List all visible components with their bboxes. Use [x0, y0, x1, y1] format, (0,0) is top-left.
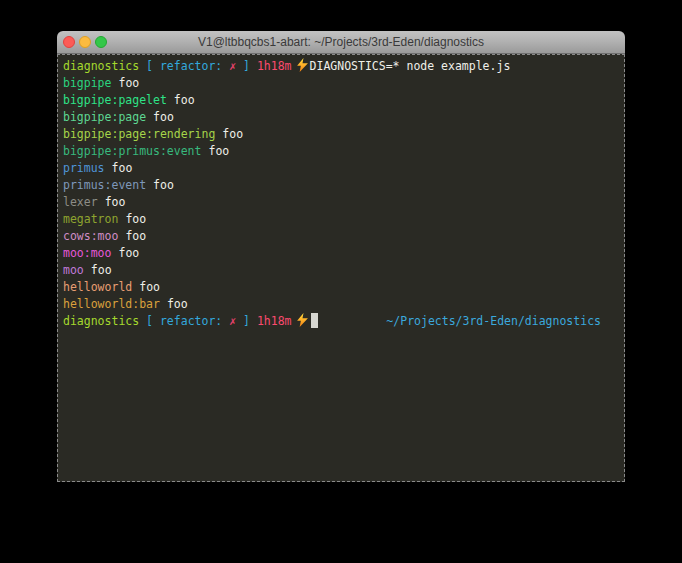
log-namespace: moo:moo: [63, 246, 111, 260]
log-line: helloworld:barfoo: [63, 296, 619, 313]
lightning-icon: [297, 58, 309, 72]
rprompt-path: ~/Projects/3rd-Eden/diagnostics: [386, 313, 619, 330]
log-namespace: bigpipe:page:rendering: [63, 127, 215, 141]
log-message: foo: [91, 263, 112, 277]
prompt-segment: diagnostics: [63, 314, 139, 328]
window-title: V1@ltbbqcbs1-abart: ~/Projects/3rd-Eden/…: [57, 31, 625, 53]
log-message: foo: [153, 178, 174, 192]
log-message: foo: [118, 246, 139, 260]
log-namespace: primus:event: [63, 178, 146, 192]
log-message: foo: [139, 280, 160, 294]
log-namespace: bigpipe:primus:event: [63, 144, 201, 158]
lightning-icon: [297, 313, 309, 327]
window-titlebar[interactable]: V1@ltbbqcbs1-abart: ~/Projects/3rd-Eden/…: [57, 31, 625, 54]
prompt-line-2: diagnostics [ refactor: ✗ ] 1h18m ~/Proj…: [63, 313, 619, 330]
log-line: lexerfoo: [63, 194, 619, 211]
log-output: bigpipefoobigpipe:pageletfoobigpipe:page…: [63, 75, 619, 313]
log-line: megatronfoo: [63, 211, 619, 228]
log-line: primus:eventfoo: [63, 177, 619, 194]
log-message: foo: [125, 212, 146, 226]
prompt: diagnostics [ refactor: ✗ ] 1h18m: [63, 59, 292, 73]
log-namespace: megatron: [63, 212, 118, 226]
log-namespace: bigpipe:pagelet: [63, 93, 167, 107]
log-message: foo: [118, 76, 139, 90]
log-line: bigpipefoo: [63, 75, 619, 92]
prompt-segment: 1h18m: [257, 314, 292, 328]
log-line: bigpipe:page:renderingfoo: [63, 126, 619, 143]
terminal-content[interactable]: diagnostics [ refactor: ✗ ] 1h18mDIAGNOS…: [57, 54, 625, 482]
log-message: foo: [105, 195, 126, 209]
log-namespace: bigpipe: [63, 76, 111, 90]
log-namespace: moo: [63, 263, 84, 277]
prompt-segment: diagnostics: [63, 59, 139, 73]
log-namespace: bigpipe:page: [63, 110, 146, 124]
log-namespace: helloworld: [63, 280, 132, 294]
prompt-segment: ]: [236, 59, 257, 73]
terminal-cursor[interactable]: [311, 313, 318, 328]
prompt: diagnostics [ refactor: ✗ ] 1h18m: [63, 314, 292, 328]
log-line: primusfoo: [63, 160, 619, 177]
log-message: foo: [208, 144, 229, 158]
log-line: helloworldfoo: [63, 279, 619, 296]
prompt-segment: ]: [236, 314, 257, 328]
terminal-window: V1@ltbbqcbs1-abart: ~/Projects/3rd-Eden/…: [57, 31, 625, 482]
log-message: foo: [112, 161, 133, 175]
log-namespace: lexer: [63, 195, 98, 209]
log-message: foo: [174, 93, 195, 107]
log-line: bigpipe:primus:eventfoo: [63, 143, 619, 160]
log-line: cows:moofoo: [63, 228, 619, 245]
log-message: foo: [153, 110, 174, 124]
command-text: DIAGNOSTICS=* node example.js: [310, 59, 511, 73]
log-message: foo: [167, 297, 188, 311]
prompt-segment: 1h18m: [257, 59, 292, 73]
prompt-line-1: diagnostics [ refactor: ✗ ] 1h18mDIAGNOS…: [63, 58, 619, 75]
log-line: bigpipe:pageletfoo: [63, 92, 619, 109]
log-line: moo:moofoo: [63, 245, 619, 262]
log-message: foo: [222, 127, 243, 141]
log-namespace: helloworld:bar: [63, 297, 160, 311]
prompt-segment: [ refactor:: [139, 59, 229, 73]
log-message: foo: [125, 229, 146, 243]
log-namespace: primus: [63, 161, 105, 175]
log-line: moofoo: [63, 262, 619, 279]
prompt-segment: [ refactor:: [139, 314, 229, 328]
log-namespace: cows:moo: [63, 229, 118, 243]
log-line: bigpipe:pagefoo: [63, 109, 619, 126]
